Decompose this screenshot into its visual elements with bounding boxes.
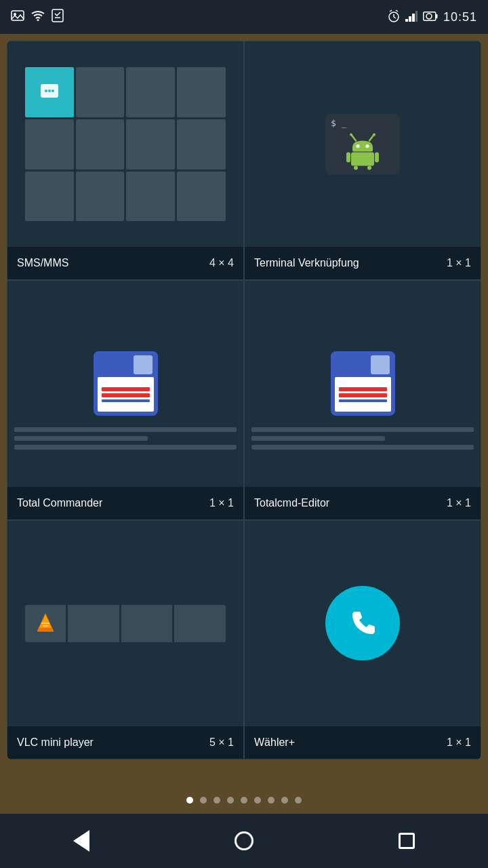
vlc-preview-area (7, 521, 243, 726)
total-commander-label: Total Commander 1 × 1 (7, 487, 243, 519)
sms-name: SMS/MMS (17, 257, 68, 269)
fm-line-2 (251, 427, 474, 432)
svg-rect-30 (375, 152, 379, 162)
dot-1[interactable] (186, 797, 193, 804)
floppy-shutter-2 (371, 355, 390, 374)
floppy-line-r3 (339, 399, 387, 402)
nav-bar (0, 814, 488, 868)
svg-rect-28 (351, 152, 374, 165)
svg-rect-31 (354, 165, 358, 170)
phone-name: Wähler+ (254, 736, 295, 749)
floppy-line-r1 (339, 387, 387, 391)
floppy-shutter (134, 355, 152, 374)
wifi-icon (31, 10, 45, 24)
totalcmd-editor-preview (245, 281, 481, 486)
status-right-icons: 10:51 (388, 9, 477, 25)
sms-cell (76, 119, 125, 170)
svg-rect-13 (415, 11, 418, 22)
floppy-line-r2 (339, 393, 387, 397)
totalcmd-editor-name: Totalcmd-Editor (254, 497, 329, 509)
phone-preview-area (245, 521, 481, 726)
svg-rect-10 (405, 19, 408, 22)
svg-point-25 (373, 133, 375, 136)
dot-7[interactable] (268, 797, 274, 804)
svg-point-26 (357, 144, 360, 148)
widget-cell-vlc[interactable]: VLC mini player 5 × 1 (7, 520, 244, 760)
svg-rect-29 (346, 152, 350, 162)
signal-icon (405, 11, 418, 24)
total-commander-preview (7, 281, 243, 486)
recents-icon (399, 833, 415, 849)
widget-cell-totalcmd-editor[interactable]: Totalcmd-Editor 1 × 1 (244, 280, 481, 519)
svg-point-19 (48, 90, 51, 92)
sms-cell (76, 172, 125, 222)
floppy-label (98, 377, 154, 412)
floppy-line-1 (102, 387, 150, 391)
floppy-label-2 (335, 377, 391, 412)
back-button[interactable] (61, 821, 102, 861)
status-left-icons (11, 9, 64, 25)
terminal-inner: $ _ (325, 114, 400, 175)
sms-cell (126, 172, 175, 222)
task-icon (52, 9, 64, 25)
widget-cell-sms[interactable]: SMS/MMS 4 × 4 (7, 41, 244, 280)
sms-cell-active (25, 67, 74, 117)
svg-rect-11 (409, 16, 411, 22)
dot-2[interactable] (200, 797, 207, 804)
vlc-name: VLC mini player (17, 736, 94, 749)
sms-size: 4 × 4 (209, 257, 234, 269)
vlc-icon-cell (25, 605, 66, 642)
back-icon (73, 830, 89, 852)
dot-3[interactable] (214, 797, 220, 804)
fm-line (14, 427, 237, 432)
terminal-android (331, 131, 394, 172)
dot-8[interactable] (281, 797, 288, 804)
totalcmd-editor-label: Totalcmd-Editor 1 × 1 (245, 487, 481, 519)
fm-bg-lines (14, 427, 237, 450)
alarm-icon (388, 9, 400, 25)
total-commander-name: Total Commander (17, 497, 102, 509)
widget-picker: SMS/MMS 4 × 4 $ _ (7, 41, 481, 760)
dot-9[interactable] (295, 797, 302, 804)
widget-cell-total-commander[interactable]: Total Commander 1 × 1 (7, 280, 244, 519)
terminal-icon: $ _ (325, 114, 400, 175)
svg-line-8 (390, 10, 392, 12)
sms-cell (177, 67, 226, 117)
sms-label: SMS/MMS 4 × 4 (7, 247, 243, 279)
widget-cell-terminal[interactable]: $ _ (244, 41, 481, 280)
floppy-disk-right (331, 351, 395, 416)
pagination (0, 797, 488, 804)
svg-line-7 (394, 17, 396, 18)
svg-rect-34 (38, 628, 53, 631)
svg-rect-32 (367, 165, 371, 170)
svg-rect-15 (436, 14, 438, 18)
sms-grid (25, 67, 226, 221)
vlc-control-3 (174, 605, 226, 642)
dot-5[interactable] (241, 797, 247, 804)
battery-icon (423, 12, 438, 23)
fm-line-short-2 (251, 436, 385, 441)
vlc-control-1 (68, 605, 119, 642)
vlc-label: VLC mini player 5 × 1 (7, 726, 243, 759)
sms-cell (25, 172, 74, 222)
widget-cell-phone[interactable]: Wähler+ 1 × 1 (244, 520, 481, 760)
vlc-bar (25, 605, 226, 642)
home-button[interactable] (224, 821, 264, 861)
sms-cell (177, 119, 226, 170)
svg-line-9 (396, 10, 398, 12)
status-time: 10:51 (443, 10, 477, 24)
svg-point-2 (37, 19, 39, 21)
svg-point-16 (426, 14, 432, 19)
floppy-top (94, 351, 158, 377)
recents-button[interactable] (386, 821, 427, 861)
dot-4[interactable] (227, 797, 234, 804)
fm-line-2b (251, 445, 474, 450)
home-icon (235, 831, 253, 850)
floppy-top-2 (331, 351, 395, 377)
svg-line-22 (352, 135, 356, 140)
terminal-prompt: $ _ (331, 118, 346, 128)
svg-point-27 (366, 144, 369, 148)
terminal-preview-area: $ _ (245, 41, 481, 247)
dot-6[interactable] (254, 797, 261, 804)
terminal-size: 1 × 1 (447, 257, 471, 269)
